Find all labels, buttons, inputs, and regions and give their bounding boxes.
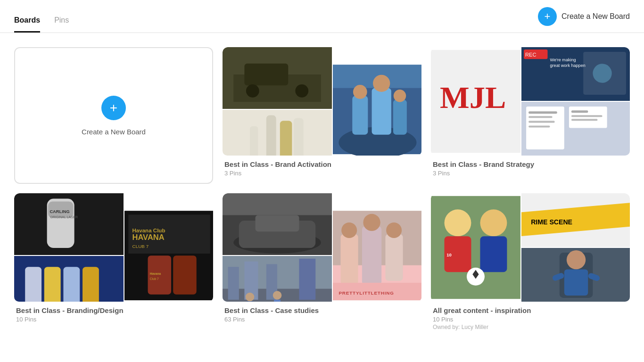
board-title-case-studies: Best in Class - Case studies (224, 306, 420, 314)
nav-tabs: Boards Pins (14, 0, 69, 33)
board-image-bottles (223, 110, 332, 156)
svg-rect-48 (83, 267, 99, 302)
board-image-rec-banner: REC We're making great work happen (521, 47, 630, 101)
board-image-football-cartoon: 10 (431, 193, 520, 302)
board-image-mjl: MJL (431, 47, 520, 156)
board-image-rec-doc (521, 102, 630, 156)
create-board-card-label: Create a New Board (82, 128, 146, 136)
svg-text:Club 7: Club 7 (150, 277, 159, 280)
svg-rect-8 (280, 121, 292, 156)
board-images-case-studies: PRETTYLITTLETHING (223, 193, 421, 302)
svg-rect-14 (352, 96, 368, 135)
svg-rect-75 (341, 234, 358, 285)
board-image-sports (333, 47, 421, 156)
svg-text:PRETTYLITTLETHING: PRETTYLITTLETHING (339, 290, 394, 296)
create-board-card[interactable]: + Create a New Board (14, 47, 213, 184)
board-title-branding-design: Best in Class - Branding/Design (16, 306, 211, 314)
svg-point-19 (394, 90, 406, 102)
board-title-brand-strategy: Best in Class - Brand Strategy (433, 160, 628, 168)
board-title-brand-activation: Best in Class - Brand Activation (224, 160, 420, 168)
board-images-brand-strategy: MJL REC We're making great work happen (431, 47, 630, 156)
svg-text:MJL: MJL (440, 80, 506, 115)
board-pins-case-studies: 63 Pins (224, 316, 420, 323)
svg-rect-97 (564, 269, 588, 295)
svg-rect-33 (528, 121, 554, 123)
svg-point-15 (353, 85, 367, 99)
svg-rect-46 (44, 267, 61, 302)
board-card-inspiration[interactable]: 10 RIME SCENE (431, 193, 630, 332)
svg-rect-7 (266, 115, 276, 156)
svg-text:10: 10 (446, 252, 452, 257)
board-card-info-brand-strategy: Best in Class - Brand Strategy 3 Pins (431, 156, 630, 179)
svg-rect-16 (372, 88, 391, 135)
board-card-brand-strategy[interactable]: MJL REC We're making great work happen (431, 47, 630, 184)
board-card-branding-design[interactable]: CARLING ORIGINAL LAGER (14, 193, 213, 332)
board-card-info-inspiration: All great content - inspiration 10 Pins … (431, 302, 630, 332)
svg-text:great work happen: great work happen (550, 63, 585, 68)
svg-rect-9 (250, 126, 258, 156)
svg-rect-35 (569, 107, 607, 128)
svg-text:CARLING: CARLING (50, 209, 69, 214)
svg-rect-6 (223, 110, 332, 156)
svg-point-80 (386, 222, 402, 238)
board-pins-brand-strategy: 3 Pins (433, 170, 628, 177)
board-pins-branding-design: 10 Pins (16, 316, 211, 323)
board-owner-inspiration: Owned by: Lucy Miller (433, 324, 628, 330)
create-board-header-button[interactable]: + Create a New Board (538, 7, 630, 26)
svg-rect-38 (571, 119, 597, 121)
board-image-havana: Havana Club HAVANA CLUB 7 Havana Club 7 (124, 193, 213, 302)
svg-point-28 (593, 64, 611, 82)
svg-rect-18 (393, 99, 407, 134)
board-image-military (223, 47, 332, 109)
svg-text:REC: REC (525, 52, 536, 58)
plus-circle-icon: + (538, 7, 557, 26)
svg-rect-5 (223, 47, 332, 109)
create-board-plus-icon: + (101, 96, 126, 120)
board-image-crime-scene: RIME SCENE (521, 193, 630, 247)
svg-rect-10 (294, 118, 304, 156)
svg-rect-72 (274, 300, 281, 302)
create-board-header-label: Create a New Board (561, 12, 630, 21)
svg-text:ORIGINAL LAGER: ORIGINAL LAGER (50, 215, 78, 219)
svg-rect-77 (362, 226, 381, 285)
svg-rect-47 (63, 267, 80, 302)
svg-text:We're making: We're making (550, 58, 576, 62)
svg-rect-37 (571, 115, 603, 117)
navigation-bar: Boards Pins + Create a New Board (0, 0, 644, 33)
board-image-plt-fashion: PRETTYLITTLETHING (333, 193, 421, 302)
board-image-city-crowd (223, 256, 332, 302)
svg-rect-70 (247, 301, 253, 302)
board-card-info-brand-activation: Best in Class - Brand Activation 3 Pins (223, 156, 421, 179)
svg-rect-79 (386, 234, 403, 281)
board-image-woman-sport (521, 248, 630, 302)
tab-pins[interactable]: Pins (54, 16, 69, 33)
board-image-car-blur (223, 193, 332, 255)
svg-rect-32 (528, 116, 552, 118)
svg-rect-87 (480, 236, 507, 272)
svg-point-96 (567, 250, 586, 269)
svg-point-17 (373, 75, 390, 92)
board-card-case-studies[interactable]: PRETTYLITTLETHING Best in Class - Case s… (223, 193, 421, 332)
svg-rect-31 (528, 111, 557, 114)
svg-rect-45 (25, 267, 41, 302)
svg-text:HAVANA: HAVANA (132, 233, 165, 241)
svg-point-85 (480, 209, 507, 236)
board-images-branding-design: CARLING ORIGINAL LAGER (14, 193, 213, 302)
tab-boards[interactable]: Boards (14, 16, 40, 33)
board-card-info-case-studies: Best in Class - Case studies 63 Pins (223, 302, 421, 325)
board-image-beers (14, 256, 124, 302)
svg-point-84 (444, 209, 471, 236)
svg-rect-68 (299, 259, 315, 300)
svg-text:Havana Club: Havana Club (132, 228, 165, 233)
board-pins-brand-activation: 3 Pins (224, 170, 420, 177)
board-images-brand-activation (223, 47, 421, 156)
board-title-inspiration: All great content - inspiration (433, 306, 628, 314)
board-card-info-branding-design: Best in Class - Branding/Design 10 Pins (14, 302, 213, 325)
svg-rect-65 (228, 267, 239, 300)
board-images-inspiration: 10 RIME SCENE (431, 193, 630, 302)
svg-rect-36 (571, 110, 588, 113)
boards-grid: + Create a New Board (0, 33, 644, 346)
board-card-brand-activation[interactable]: Best in Class - Brand Activation 3 Pins (223, 47, 421, 184)
svg-point-71 (273, 291, 282, 300)
svg-point-76 (341, 222, 357, 238)
